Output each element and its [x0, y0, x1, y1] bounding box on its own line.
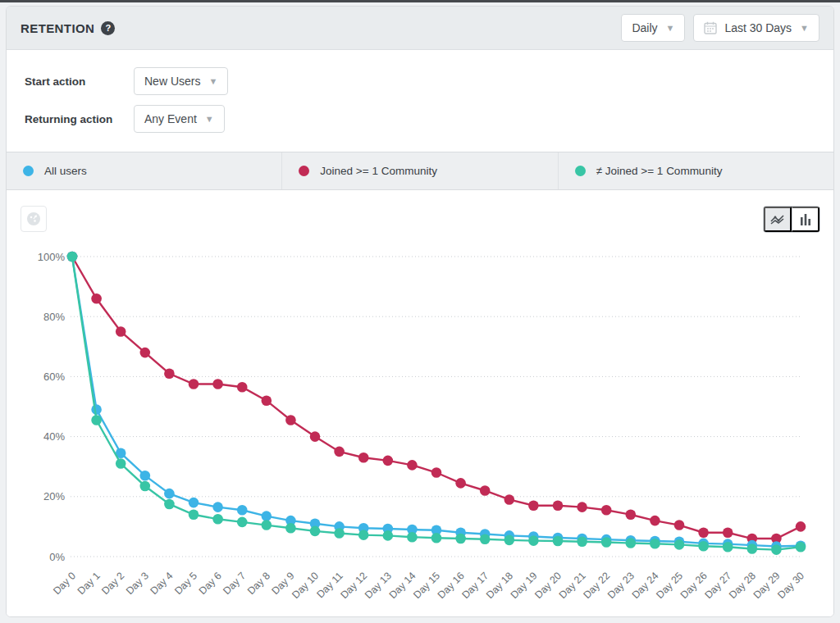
data-point-joined-1-community[interactable]	[358, 452, 369, 463]
data-point-joined-1-community[interactable]	[91, 415, 102, 425]
data-point-all-users[interactable]	[212, 502, 223, 512]
legend-label: Joined >= 1 Community	[320, 165, 437, 177]
data-point-joined-1-community[interactable]	[67, 252, 78, 262]
x-axis-tick-label: Day 2	[99, 570, 126, 597]
data-point-joined-1-community[interactable]	[455, 478, 466, 489]
data-point-all-users[interactable]	[164, 489, 175, 499]
series-dot-icon	[575, 166, 586, 176]
data-point-joined-1-community[interactable]	[553, 500, 564, 511]
data-point-joined-1-community[interactable]	[140, 481, 151, 492]
data-point-joined-1-community[interactable]	[601, 537, 612, 548]
chevron-down-icon: ▼	[205, 114, 214, 124]
returning-action-dropdown[interactable]: Any Event ▼	[134, 105, 225, 133]
x-axis-tick-label: Day 7	[221, 570, 248, 597]
data-point-joined-1-community[interactable]	[504, 494, 515, 505]
data-point-joined-1-community[interactable]	[116, 458, 126, 469]
start-action-value: New Users	[144, 75, 200, 88]
date-range-dropdown[interactable]: Last 30 Days ▼	[693, 14, 819, 42]
data-point-joined-1-community[interactable]	[334, 447, 345, 457]
data-point-joined-1-community[interactable]	[334, 528, 345, 539]
data-point-joined-1-community[interactable]	[262, 395, 272, 406]
start-action-label: Start action	[25, 75, 134, 88]
x-axis-tick-label: Day 8	[245, 570, 272, 597]
data-point-joined-1-community[interactable]	[480, 534, 491, 544]
x-axis-tick-label: Day 16	[436, 570, 467, 601]
legend-item-not-joined-community[interactable]: ≠ Joined >= 1 Community	[558, 152, 833, 189]
granularity-dropdown[interactable]: Daily ▼	[621, 14, 685, 42]
data-point-joined-1-community[interactable]	[431, 467, 442, 478]
bar-chart-toggle-button[interactable]	[792, 207, 819, 232]
data-point-joined-1-community[interactable]	[164, 368, 175, 379]
x-axis-tick-label: Day 29	[751, 570, 783, 601]
data-point-joined-1-community[interactable]	[237, 517, 248, 528]
data-point-joined-1-community[interactable]	[626, 538, 637, 548]
data-point-joined-1-community[interactable]	[504, 535, 515, 546]
data-point-joined-1-community[interactable]	[285, 523, 296, 534]
data-point-joined-1-community[interactable]	[771, 544, 782, 555]
bar-chart-icon	[800, 214, 811, 225]
y-axis-tick-label: 0%	[49, 551, 65, 563]
data-point-joined-1-community[interactable]	[698, 541, 709, 552]
data-point-joined-1-community[interactable]	[528, 535, 539, 546]
data-point-joined-1-community[interactable]	[91, 293, 102, 304]
data-point-joined-1-community[interactable]	[480, 485, 491, 496]
data-point-joined-1-community[interactable]	[212, 514, 223, 525]
gauge-icon	[25, 211, 42, 227]
x-axis-tick-label: Day 24	[630, 570, 661, 601]
data-point-joined-1-community[interactable]	[383, 530, 394, 541]
x-axis-tick-label: Day 10	[290, 570, 321, 601]
data-point-joined-1-community[interactable]	[601, 505, 612, 516]
data-point-joined-1-community[interactable]	[189, 379, 199, 389]
y-axis-tick-label: 100%	[38, 251, 66, 263]
data-point-joined-1-community[interactable]	[723, 527, 733, 538]
x-axis-tick-label: Day 17	[459, 570, 491, 601]
chevron-down-icon: ▼	[666, 23, 675, 33]
data-point-all-users[interactable]	[262, 511, 272, 521]
data-point-joined-1-community[interactable]	[747, 543, 758, 554]
legend-label: ≠ Joined >= 1 Community	[596, 165, 723, 177]
data-point-joined-1-community[interactable]	[212, 379, 223, 389]
data-point-joined-1-community[interactable]	[577, 536, 587, 547]
data-point-joined-1-community[interactable]	[407, 532, 418, 543]
data-point-joined-1-community[interactable]	[796, 542, 806, 553]
data-point-joined-1-community[interactable]	[237, 382, 248, 393]
data-point-joined-1-community[interactable]	[698, 527, 709, 538]
y-axis-tick-label: 20%	[43, 490, 65, 502]
data-point-joined-1-community[interactable]	[358, 530, 369, 540]
data-point-joined-1-community[interactable]	[431, 533, 442, 543]
data-point-joined-1-community[interactable]	[189, 509, 199, 520]
data-point-joined-1-community[interactable]	[455, 534, 466, 544]
data-point-all-users[interactable]	[140, 471, 151, 481]
data-point-joined-1-community[interactable]	[796, 521, 806, 532]
data-point-joined-1-community[interactable]	[285, 415, 296, 425]
legend-item-all-users[interactable]: All users	[7, 152, 281, 189]
gauge-button[interactable]	[21, 206, 47, 232]
data-point-all-users[interactable]	[189, 498, 199, 508]
data-point-joined-1-community[interactable]	[383, 456, 394, 466]
help-icon[interactable]: ?	[101, 21, 115, 35]
data-point-joined-1-community[interactable]	[310, 526, 321, 537]
calendar-icon	[704, 21, 717, 34]
data-point-all-users[interactable]	[237, 505, 248, 516]
line-chart-toggle-button[interactable]	[764, 207, 792, 232]
data-point-joined-1-community[interactable]	[723, 542, 733, 553]
data-point-joined-1-community[interactable]	[528, 500, 539, 511]
data-point-joined-1-community[interactable]	[164, 499, 175, 510]
data-point-joined-1-community[interactable]	[407, 460, 418, 471]
data-point-all-users[interactable]	[91, 404, 102, 415]
data-point-joined-1-community[interactable]	[116, 326, 126, 337]
data-point-joined-1-community[interactable]	[140, 348, 151, 358]
data-point-joined-1-community[interactable]	[310, 431, 321, 442]
data-point-joined-1-community[interactable]	[262, 520, 272, 530]
returning-action-row: Returning action Any Event ▼	[25, 104, 833, 134]
start-action-dropdown[interactable]: New Users ▼	[134, 67, 228, 95]
data-point-joined-1-community[interactable]	[650, 516, 660, 526]
data-point-joined-1-community[interactable]	[650, 539, 660, 549]
data-point-joined-1-community[interactable]	[674, 539, 685, 550]
data-point-joined-1-community[interactable]	[674, 520, 685, 530]
data-point-joined-1-community[interactable]	[626, 509, 637, 520]
legend-item-joined-community[interactable]: Joined >= 1 Community	[281, 152, 557, 189]
data-point-joined-1-community[interactable]	[553, 536, 564, 547]
filters-section: Start action New Users ▼ Returning actio…	[7, 50, 833, 152]
data-point-joined-1-community[interactable]	[577, 502, 587, 512]
